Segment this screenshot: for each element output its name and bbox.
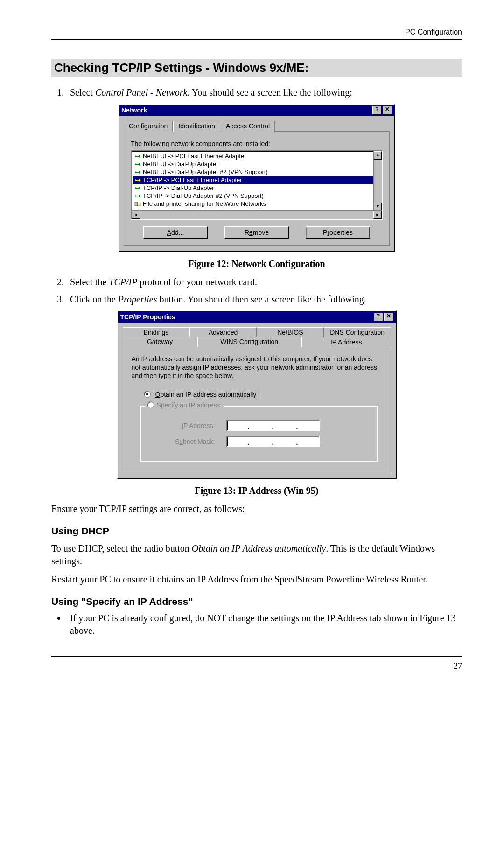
subnet-mask-label: Subnet Mask:: [154, 438, 215, 445]
help-button[interactable]: ?: [372, 106, 382, 114]
tcpip-description: An IP address can be automatically assig…: [132, 355, 382, 380]
tab-identification[interactable]: Identification: [173, 121, 220, 132]
ip-address-label: IP Address:: [154, 422, 215, 429]
radio-obtain-auto[interactable]: Obtain an IP address automatically: [144, 390, 382, 399]
page-header: PC Configuration: [51, 28, 462, 40]
protocol-icon: [134, 177, 141, 183]
step-3: Click on the Properties button. You shou…: [66, 293, 462, 306]
window-title: TCP/IP Properties: [120, 313, 175, 321]
figure-12-caption: Figure 12: Network Configuration: [51, 259, 462, 269]
radio-icon: [147, 401, 154, 408]
svg-marker-10: [135, 179, 136, 182]
svg-rect-19: [138, 203, 140, 206]
components-listbox[interactable]: NetBEUI -> PCI Fast Ethernet Adapter Net…: [131, 150, 383, 220]
scroll-right-icon[interactable]: ►: [373, 211, 382, 219]
protocol-icon: [134, 185, 141, 191]
using-specify-heading: Using "Specify an IP Address": [51, 596, 462, 607]
scroll-down-icon[interactable]: ▼: [374, 203, 382, 211]
protocol-icon: [134, 193, 141, 199]
tab-wins-configuration[interactable]: WINS Configuration: [197, 337, 301, 347]
window-title: Network: [121, 106, 147, 114]
tabs: Configuration Identification Access Cont…: [124, 120, 390, 132]
ip-address-field[interactable]: ...: [226, 420, 320, 431]
scroll-left-icon[interactable]: ◄: [132, 211, 140, 219]
dhcp-paragraph-1: To use DHCP, select the radio button Obt…: [51, 542, 462, 568]
svg-rect-18: [135, 202, 138, 206]
step-2: Select the TCP/IP protocol for your netw…: [66, 276, 462, 288]
scrollbar-horizontal[interactable]: ◄ ►: [132, 210, 382, 219]
svg-marker-14: [139, 187, 140, 189]
section-heading: Checking TCP/IP Settings - Windows 9x/ME…: [51, 59, 462, 77]
svg-marker-5: [139, 163, 140, 166]
protocol-icon: [134, 161, 141, 167]
tcpip-properties-dialog: TCP/IP Properties ? ✕ Bindings Advanced …: [117, 310, 397, 479]
svg-marker-4: [135, 163, 136, 166]
help-button[interactable]: ?: [374, 313, 383, 321]
network-dialog: Network ? ✕ Configuration Identification…: [118, 104, 395, 252]
installed-components-label: The following network components are ins…: [131, 140, 383, 147]
service-icon: [134, 201, 141, 207]
scrollbar-vertical[interactable]: ▲ ▼: [373, 151, 382, 211]
specify-ip-groupbox: Specify an IP address: IP Address: ... S…: [140, 406, 378, 462]
list-item[interactable]: TCP/IP -> Dial-Up Adapter #2 (VPN Suppor…: [133, 192, 373, 200]
list-item[interactable]: NetBEUI -> PCI Fast Ethernet Adapter: [133, 152, 373, 160]
radio-icon: [144, 391, 151, 398]
page-number: 27: [51, 656, 462, 671]
list-item[interactable]: NetBEUI -> Dial-Up Adapter #2 (VPN Suppo…: [133, 168, 373, 176]
radio-specify-ip[interactable]: Specify an IP address:: [145, 401, 224, 409]
ensure-text: Ensure your TCP/IP settings are correct,…: [51, 503, 462, 515]
remove-button[interactable]: Remove: [224, 226, 289, 239]
specify-bullet: If your PC is already configured, do NOT…: [66, 612, 462, 637]
svg-marker-1: [135, 155, 136, 158]
protocol-icon: [134, 169, 141, 175]
svg-marker-13: [135, 187, 136, 189]
tab-gateway[interactable]: Gateway: [123, 337, 197, 347]
svg-marker-11: [139, 179, 140, 182]
close-button[interactable]: ✕: [384, 313, 393, 321]
tab-bindings[interactable]: Bindings: [123, 327, 190, 337]
list-item[interactable]: File and printer sharing for NetWare Net…: [133, 200, 373, 208]
dhcp-paragraph-2: Restart your PC to ensure it obtains an …: [51, 573, 462, 586]
titlebar[interactable]: TCP/IP Properties ? ✕: [118, 311, 396, 323]
list-item-selected[interactable]: TCP/IP -> PCI Fast Ethernet Adapter: [133, 176, 373, 184]
figure-13-caption: Figure 13: IP Address (Win 95): [51, 485, 462, 496]
tab-configuration[interactable]: Configuration: [124, 121, 173, 132]
tab-advanced[interactable]: Advanced: [189, 327, 257, 337]
add-button[interactable]: Add...: [143, 226, 208, 239]
svg-marker-16: [135, 195, 136, 197]
scroll-up-icon[interactable]: ▲: [374, 151, 382, 160]
svg-marker-17: [139, 195, 140, 197]
svg-marker-8: [139, 171, 140, 174]
protocol-icon: [134, 154, 141, 159]
tab-dns-configuration[interactable]: DNS Configuration: [324, 327, 391, 337]
subnet-mask-field[interactable]: ...: [226, 436, 320, 447]
tab-ip-address[interactable]: IP Address: [301, 337, 391, 348]
svg-marker-7: [135, 171, 136, 174]
list-item[interactable]: NetBEUI -> Dial-Up Adapter: [133, 160, 373, 168]
titlebar[interactable]: Network ? ✕: [119, 105, 394, 116]
using-dhcp-heading: Using DHCP: [51, 526, 462, 537]
tab-access-control[interactable]: Access Control: [221, 121, 275, 132]
list-item[interactable]: TCP/IP -> Dial-Up Adapter: [133, 184, 373, 192]
svg-marker-2: [139, 155, 140, 158]
tab-netbios[interactable]: NetBIOS: [257, 327, 324, 337]
properties-button[interactable]: Properties: [306, 226, 370, 239]
step-1: Select Control Panel - Network. You shou…: [66, 86, 462, 99]
close-button[interactable]: ✕: [383, 106, 392, 114]
